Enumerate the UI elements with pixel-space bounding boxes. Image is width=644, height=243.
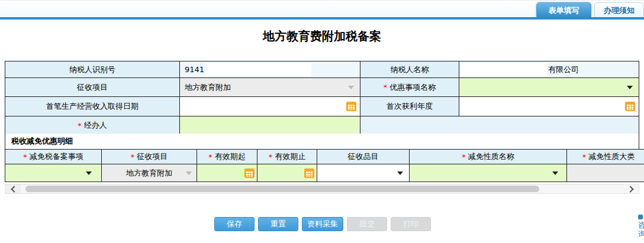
detail-grid: * 减免税备案事项 * 征收项目 * 有效期起 * 有效期止 征收品目 * 减免… bbox=[5, 150, 644, 182]
empty-cell bbox=[360, 116, 639, 134]
taxpayer-id-label: 纳税人识别号 bbox=[5, 61, 180, 78]
calendar-icon[interactable] bbox=[346, 102, 356, 111]
handler-label: * 经办人 bbox=[5, 116, 180, 134]
col-header-valid-from: * 有效期起 bbox=[197, 150, 257, 164]
required-asterisk: * bbox=[78, 121, 82, 130]
collection-subitem-select[interactable] bbox=[317, 164, 410, 182]
valid-from-input[interactable] bbox=[197, 164, 257, 182]
horizontal-scrollbar[interactable] bbox=[5, 184, 639, 194]
required-asterisk: * bbox=[23, 153, 27, 161]
tab-instructions[interactable]: 办理须知 bbox=[594, 2, 644, 18]
col-header-text: 征收项目 bbox=[137, 151, 168, 162]
first-profit-year-label-text: 首次获利年度 bbox=[387, 101, 433, 112]
row-collection-project-text: 地方教育附加 bbox=[126, 168, 172, 179]
col-header-collection-project: * 征收项目 bbox=[102, 150, 197, 164]
filing-item-select[interactable] bbox=[5, 164, 102, 182]
col-header-text: 减免税备案事项 bbox=[30, 151, 83, 162]
chevron-down-icon bbox=[348, 86, 354, 89]
taxpayer-name-label-text: 纳税人名称 bbox=[391, 64, 429, 75]
calendar-icon[interactable] bbox=[304, 169, 314, 178]
page: 表单填写 办理须知 地方教育费附加税备案 纳税人识别号 9141 纳税人名称 有… bbox=[0, 0, 644, 243]
col-header-text: 有效期起 bbox=[215, 151, 246, 162]
print-button: 打印 bbox=[391, 217, 431, 231]
calendar-icon[interactable] bbox=[625, 102, 635, 111]
first-income-date-input[interactable] bbox=[180, 97, 360, 116]
reduction-nature-name-select[interactable] bbox=[410, 164, 567, 182]
collection-project-value-text: 地方教育附加 bbox=[180, 82, 231, 93]
page-title: 地方教育费附加税备案 bbox=[0, 28, 644, 44]
taxpayer-id-label-text: 纳税人识别号 bbox=[69, 64, 115, 75]
tab-form-fill[interactable]: 表单填写 bbox=[536, 2, 591, 18]
redaction-box bbox=[205, 63, 311, 76]
taxpayer-name-value: 有限公司 bbox=[459, 61, 639, 78]
scroll-left-button[interactable] bbox=[5, 184, 21, 193]
required-asterisk: * bbox=[269, 153, 273, 161]
handler-label-text: 经办人 bbox=[84, 120, 107, 131]
scrollbar-thumb[interactable] bbox=[25, 186, 539, 192]
tab-underline bbox=[0, 17, 644, 20]
chevron-right-icon bbox=[627, 186, 633, 192]
save-button[interactable]: 保存 bbox=[214, 217, 255, 231]
preferential-item-label: * 优惠事项名称 bbox=[360, 78, 459, 97]
scroll-right-button[interactable] bbox=[623, 184, 639, 193]
detail-table: * 减免税备案事项 * 征收项目 * 有效期起 * 有效期止 征收品目 * 减免… bbox=[5, 149, 644, 182]
preferential-item-label-text: 优惠事项名称 bbox=[389, 82, 436, 93]
col-header-text: 征收品目 bbox=[348, 151, 379, 162]
chevron-down-icon[interactable] bbox=[86, 171, 92, 175]
chevron-down-icon bbox=[186, 171, 192, 175]
chevron-down-icon[interactable] bbox=[397, 171, 403, 175]
data-collection-button[interactable]: 资料采集 bbox=[302, 217, 343, 231]
collection-project-select: 地方教育附加 bbox=[180, 78, 360, 97]
reduction-nature-category-cell bbox=[567, 164, 644, 182]
required-asterisk: * bbox=[208, 153, 212, 161]
filing-form-table: 纳税人识别号 9141 纳税人名称 有限公司 征收项目 地方教育附加 * 优惠事… bbox=[5, 61, 639, 135]
reset-button[interactable]: 重置 bbox=[258, 217, 298, 231]
handler-input[interactable] bbox=[180, 116, 360, 134]
collection-project-label: 征收项目 bbox=[5, 78, 180, 97]
taxpayer-name-label: 纳税人名称 bbox=[360, 61, 459, 78]
detail-section-title: 税收减免优惠明细 bbox=[5, 134, 639, 149]
chevron-left-icon bbox=[11, 186, 17, 192]
col-header-collection-subitem: 征收品目 bbox=[317, 150, 410, 164]
col-header-text: 减免性质名称 bbox=[468, 151, 514, 162]
first-income-date-label: 首笔生产经营收入取得日期 bbox=[5, 97, 180, 116]
valid-to-input[interactable] bbox=[257, 164, 317, 182]
taxpayer-id-value: 9141 bbox=[180, 61, 360, 78]
floating-widget[interactable]: 咨 询 bbox=[638, 215, 644, 243]
taxpayer-id-value-text: 9141 bbox=[180, 65, 204, 74]
col-header-text: 减免性质大类 bbox=[588, 151, 635, 162]
required-asterisk: * bbox=[462, 153, 466, 161]
col-header-reduction-nature-name: * 减免性质名称 bbox=[410, 150, 567, 164]
submit-button: 提交 bbox=[347, 217, 387, 231]
col-header-reduction-nature-category: * 减免性质大类 bbox=[567, 150, 644, 164]
first-profit-year-input[interactable] bbox=[459, 97, 639, 116]
chevron-down-icon[interactable] bbox=[627, 86, 633, 89]
col-header-valid-to: * 有效期止 bbox=[257, 150, 317, 164]
first-income-date-label-text: 首笔生产经营收入取得日期 bbox=[46, 101, 139, 112]
redaction-box bbox=[461, 63, 547, 76]
tab-bar: 表单填写 办理须知 bbox=[0, 0, 644, 17]
required-asterisk: * bbox=[384, 83, 388, 92]
widget-icon bbox=[638, 215, 643, 219]
row-collection-project-select: 地方教育附加 bbox=[102, 164, 197, 182]
chevron-down-icon[interactable] bbox=[552, 171, 558, 175]
required-asterisk: * bbox=[582, 153, 587, 161]
calendar-icon[interactable] bbox=[244, 169, 255, 178]
collection-project-label-text: 征收项目 bbox=[77, 82, 108, 93]
first-profit-year-label: 首次获利年度 bbox=[360, 97, 459, 116]
required-asterisk: * bbox=[131, 153, 135, 161]
col-header-text: 有效期止 bbox=[275, 151, 305, 162]
widget-text: 咨 询 bbox=[638, 221, 644, 238]
col-header-filing-item: * 减免税备案事项 bbox=[5, 150, 102, 164]
preferential-item-select[interactable] bbox=[459, 78, 639, 97]
